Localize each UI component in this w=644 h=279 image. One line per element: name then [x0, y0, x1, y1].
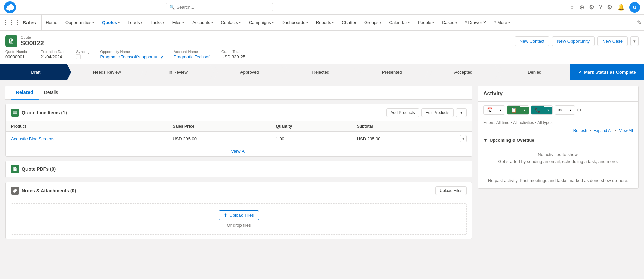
activity-btn-group-3: 📞 ▾: [531, 105, 553, 115]
add-icon[interactable]: ⊕: [579, 4, 584, 11]
meta-syncing: Syncing: [76, 50, 89, 60]
product-link[interactable]: Acoustic Bloc Screens: [11, 136, 54, 141]
page-header-top: Quote S00022 New Contact New Opportunity…: [5, 31, 639, 50]
activity-calendar-btn[interactable]: 📅: [484, 106, 496, 114]
nav-item-calendar[interactable]: Calendar ▾: [385, 15, 414, 30]
meta-expiration-date: Expiration Date 21/04/2024: [40, 50, 65, 60]
upcoming-header: ▼ Upcoming & Overdue: [483, 134, 633, 145]
notes-attachments-title-text: Notes & Attachments (0): [22, 188, 76, 193]
salesforce-logo[interactable]: [4, 1, 16, 13]
col-sales-price: Sales Price: [167, 121, 270, 132]
separator-1: •: [590, 128, 592, 133]
activity-task-dropdown-btn[interactable]: ▾: [520, 107, 529, 114]
products-dropdown-button[interactable]: ▾: [456, 108, 467, 117]
chevron-icon: ▾: [380, 21, 381, 24]
activity-gear-icon[interactable]: ⚙: [577, 107, 581, 113]
chevron-icon: ▾: [272, 21, 274, 24]
header-actions-dropdown[interactable]: ▾: [630, 36, 639, 46]
setup-icon[interactable]: ⚙: [589, 4, 594, 11]
products-table: Product Sales Price Quantity Subtotal Ac…: [6, 121, 472, 146]
status-step-needs-review[interactable]: Needs Review: [71, 64, 143, 80]
add-products-button[interactable]: Add Products: [386, 108, 419, 117]
notification-icon[interactable]: 🔔: [617, 4, 625, 11]
grand-total-label: Grand Total: [221, 50, 245, 54]
star-icon[interactable]: ☆: [569, 4, 575, 11]
status-step-rejected[interactable]: Rejected: [285, 64, 357, 80]
no-activity-line1: No activities to show.: [483, 151, 633, 158]
collapse-icon[interactable]: ▼: [483, 138, 488, 143]
nav-item-reports[interactable]: Reports ▾: [312, 15, 338, 30]
quote-line-items-icon: [11, 109, 19, 117]
chevron-icon: ▾: [455, 21, 457, 24]
chevron-icon: ▾: [408, 21, 410, 24]
upload-files-button[interactable]: ⬆ Upload Files: [219, 210, 259, 220]
nav-item-more[interactable]: * More ▾: [490, 15, 514, 30]
activity-email-dropdown-btn[interactable]: ▾: [566, 107, 575, 114]
chevron-icon: ▾: [239, 21, 241, 24]
view-all-products[interactable]: View All: [6, 146, 472, 156]
activity-task-btn[interactable]: 📋: [507, 106, 520, 114]
opportunity-name-value[interactable]: Pragmatic Techsoft's opportunity: [100, 54, 163, 59]
tab-related[interactable]: Related: [11, 86, 39, 100]
chevron-icon: ▾: [163, 21, 164, 24]
nav-item-accounts[interactable]: Accounts ▾: [188, 15, 217, 30]
tab-details[interactable]: Details: [39, 86, 64, 100]
nav-right: ✎: [634, 15, 641, 30]
nav-item-home[interactable]: Home: [42, 15, 61, 30]
expiration-date-value: 21/04/2024: [40, 54, 65, 59]
status-step-approved[interactable]: Approved: [214, 64, 285, 80]
help-icon[interactable]: ?: [599, 4, 602, 11]
activity-call-btn[interactable]: 📞: [531, 106, 544, 114]
status-step-presented[interactable]: Presented: [357, 64, 428, 80]
new-case-button[interactable]: New Case: [597, 36, 628, 46]
activity-email-btn[interactable]: ✉: [555, 106, 566, 114]
view-all-link[interactable]: View All: [619, 128, 633, 133]
new-contact-button[interactable]: New Contact: [515, 36, 549, 46]
chevron-icon: ▾: [432, 21, 434, 24]
activity-btn-group-2: 📋 ▾: [507, 105, 529, 115]
nav-item-files[interactable]: Files ▾: [168, 15, 188, 30]
syncing-checkbox[interactable]: [76, 54, 81, 59]
nav-item-drawer[interactable]: * Drawer ✕: [461, 15, 491, 30]
nav-item-groups[interactable]: Groups ▾: [360, 15, 385, 30]
account-name-value[interactable]: Pragmatic Techsoft: [174, 54, 211, 59]
product-quantity: 1.00: [271, 132, 352, 146]
quote-number-label: Quote Number: [5, 50, 30, 54]
new-opportunity-button[interactable]: New Opportunity: [552, 36, 595, 46]
close-icon[interactable]: ✕: [483, 20, 486, 25]
avatar[interactable]: U: [629, 2, 640, 13]
activity-calendar-dropdown-btn[interactable]: ▾: [496, 107, 505, 114]
quote-pdfs-title-text: Quote PDFs (0): [22, 166, 56, 172]
chevron-icon: ▾: [211, 21, 213, 24]
product-row-dropdown[interactable]: ▾: [460, 135, 467, 142]
status-step-in-review[interactable]: In Review: [143, 64, 214, 80]
nav-item-opportunities[interactable]: Opportunities ▾: [61, 15, 98, 30]
activity-call-dropdown-btn[interactable]: ▾: [544, 107, 552, 114]
mark-status-complete-button[interactable]: ✔ Mark Status as Complete: [570, 64, 644, 80]
nav-item-leads[interactable]: Leads ▾: [124, 15, 146, 30]
settings-icon[interactable]: ⚙: [607, 4, 612, 11]
nav-item-contacts[interactable]: Contacts ▾: [217, 15, 245, 30]
status-step-draft[interactable]: Draft: [0, 64, 71, 80]
edit-nav-icon[interactable]: ✎: [637, 19, 641, 26]
nav-item-campaigns[interactable]: Campaigns ▾: [245, 15, 278, 30]
nav-item-tasks[interactable]: Tasks ▾: [146, 15, 168, 30]
grid-icon[interactable]: ⋮⋮⋮: [3, 19, 21, 26]
search-input[interactable]: [177, 5, 269, 10]
upload-files-button-header[interactable]: Upload Files: [435, 186, 467, 195]
status-step-accepted[interactable]: Accepted: [428, 64, 499, 80]
status-step-denied[interactable]: Denied: [499, 64, 571, 80]
search-bar[interactable]: 🔍: [166, 3, 273, 11]
past-activity: No past activity. Past meetings and task…: [478, 172, 638, 188]
nav-item-people[interactable]: People ▾: [414, 15, 438, 30]
nav-item-cases[interactable]: Cases ▾: [438, 15, 461, 30]
quote-number-value: 00000001: [5, 54, 30, 59]
chevron-icon: ▾: [306, 21, 308, 24]
expand-all-link[interactable]: Expand All: [594, 128, 613, 133]
edit-products-button[interactable]: Edit Products: [421, 108, 454, 117]
nav-item-chatter[interactable]: Chatter: [338, 15, 360, 30]
refresh-link[interactable]: Refresh: [573, 128, 587, 133]
nav-item-dashboards[interactable]: Dashboards ▾: [278, 15, 312, 30]
main-right: Activity 📅 ▾ 📋 ▾ 📞 ▾ ✉ ▾ ⚙: [478, 86, 639, 279]
nav-item-quotes[interactable]: Quotes ▾: [98, 15, 124, 30]
